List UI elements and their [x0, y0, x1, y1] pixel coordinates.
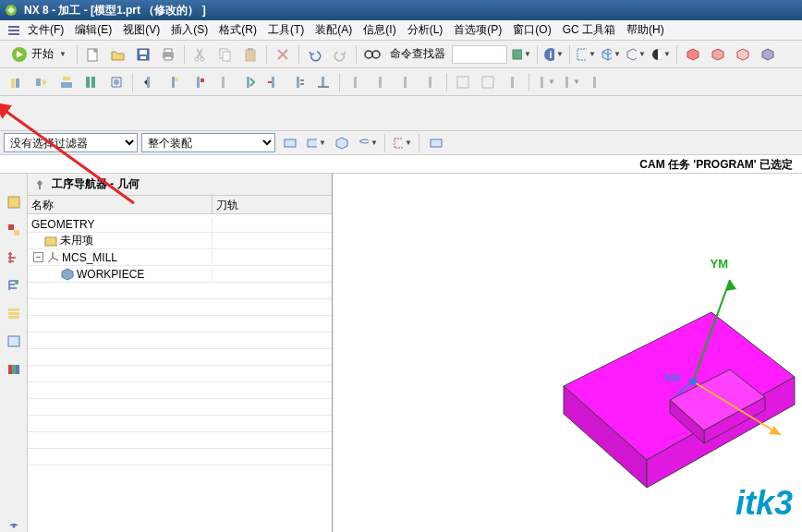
- cube-blue-button[interactable]: [757, 43, 779, 66]
- menu-view[interactable]: 视图(V): [119, 20, 164, 40]
- copy-button[interactable]: [214, 43, 237, 66]
- menu-analysis[interactable]: 分析(L): [404, 20, 447, 40]
- op4-button[interactable]: [80, 71, 103, 93]
- filter-op5-button[interactable]: ▼: [391, 132, 413, 154]
- filter-bar: 没有选择过滤器 整个装配 ▼ ▼ ▼: [0, 131, 802, 155]
- menu-info[interactable]: 信息(I): [359, 20, 399, 40]
- menu-insert[interactable]: 插入(S): [167, 20, 212, 40]
- undo-button[interactable]: [304, 43, 326, 66]
- axis-ym-label: YM: [711, 257, 729, 271]
- menu-window[interactable]: 窗口(O): [509, 20, 554, 40]
- tab-operation-navigator[interactable]: [4, 275, 24, 296]
- tab-part-navigator[interactable]: [4, 192, 24, 212]
- cube-wireframe-button[interactable]: ▼: [625, 43, 647, 66]
- command-finder-input[interactable]: [452, 45, 507, 64]
- info-button[interactable]: i▼: [542, 43, 565, 66]
- cube-red2-button[interactable]: [707, 43, 729, 66]
- op5-button[interactable]: [105, 71, 128, 93]
- op6-button[interactable]: [138, 71, 160, 93]
- menu-gctoolbox[interactable]: GC 工具箱: [559, 20, 619, 40]
- nav-col-name[interactable]: 名称: [28, 196, 213, 213]
- svg-rect-62: [8, 308, 19, 311]
- op9-button[interactable]: [213, 71, 235, 93]
- assembly-scope-select[interactable]: 整个装配: [141, 133, 275, 152]
- op21-button[interactable]: ▼: [534, 71, 556, 93]
- graphics-viewport[interactable]: YM XM itk3: [333, 174, 802, 532]
- svg-text:i: i: [549, 49, 552, 60]
- menu-help[interactable]: 帮助(H): [623, 20, 668, 40]
- open-button[interactable]: [107, 43, 129, 66]
- tree-row-workpiece[interactable]: WORKPIECE: [28, 266, 332, 283]
- op23-button[interactable]: [584, 71, 606, 93]
- svg-rect-45: [379, 77, 382, 88]
- op12-button[interactable]: [287, 71, 310, 93]
- tab-assembly-navigator[interactable]: [4, 220, 24, 240]
- svg-rect-40: [272, 77, 274, 88]
- op7-button[interactable]: [163, 71, 185, 93]
- svg-rect-38: [222, 77, 225, 88]
- cut-button[interactable]: [189, 43, 212, 66]
- op13-button[interactable]: [312, 71, 334, 93]
- tab-reuse-library[interactable]: [4, 331, 24, 351]
- filter-op2-button[interactable]: ▼: [305, 132, 327, 154]
- select-mode-button[interactable]: ▼: [575, 43, 597, 66]
- cube-red-button[interactable]: [682, 43, 704, 66]
- svg-rect-41: [297, 77, 299, 88]
- svg-rect-44: [354, 77, 357, 88]
- new-button[interactable]: [82, 43, 104, 66]
- filter-op1-button[interactable]: [279, 132, 301, 154]
- tree-row-mcs-mill[interactable]: − MCS_MILL: [28, 249, 332, 266]
- op14-button[interactable]: [345, 71, 367, 93]
- toolbar-row-2: ▼ ▼: [0, 68, 802, 96]
- tree-row-geometry[interactable]: GEOMETRY: [28, 216, 332, 233]
- nav-col-tool[interactable]: 刀轨: [213, 196, 332, 213]
- menu-edit[interactable]: 编辑(E): [71, 20, 115, 40]
- redo-button[interactable]: [329, 43, 351, 66]
- svg-rect-28: [63, 77, 70, 80]
- svg-rect-64: [8, 316, 19, 319]
- start-button[interactable]: 开始 ▼: [6, 44, 72, 65]
- menu-file[interactable]: 文件(F): [24, 20, 67, 40]
- save-button[interactable]: [132, 43, 154, 66]
- op2-button[interactable]: [30, 71, 53, 93]
- cube-red3-button[interactable]: [732, 43, 754, 66]
- filter-op6-button[interactable]: [425, 132, 447, 154]
- op11-button[interactable]: [262, 71, 285, 93]
- op22-button[interactable]: ▼: [559, 71, 581, 93]
- window-title: NX 8 - 加工 - [模型1.prt （修改的） ]: [24, 3, 206, 18]
- op19-button[interactable]: [477, 71, 499, 93]
- glasses-button[interactable]: [361, 43, 383, 66]
- tab-constraint-navigator[interactable]: [4, 248, 24, 268]
- pin-icon[interactable]: [33, 178, 46, 191]
- menu-assembly[interactable]: 装配(A): [311, 20, 356, 40]
- op10-button[interactable]: [237, 71, 260, 93]
- op20-button[interactable]: [502, 71, 524, 93]
- filter-op4-button[interactable]: ▼: [357, 132, 379, 154]
- op8-button[interactable]: [188, 71, 210, 93]
- command-finder-go-icon[interactable]: ▼: [510, 43, 532, 66]
- menu-preferences[interactable]: 首选项(P): [450, 20, 505, 40]
- shade-button[interactable]: ▼: [650, 43, 672, 66]
- cube-iso-button[interactable]: ▼: [600, 43, 622, 66]
- tree-collapse-icon[interactable]: −: [33, 252, 43, 262]
- tab-help-wireless-icon[interactable]: [4, 512, 24, 532]
- op18-button[interactable]: [452, 71, 474, 93]
- menu-format[interactable]: 格式(R): [215, 20, 261, 40]
- op17-button[interactable]: [419, 71, 442, 93]
- op15-button[interactable]: [370, 71, 392, 93]
- selection-filter-select[interactable]: 没有选择过滤器: [4, 133, 138, 152]
- paste-button[interactable]: [239, 43, 261, 66]
- svg-rect-43: [318, 86, 329, 88]
- tab-machining-navigator[interactable]: [4, 303, 24, 323]
- delete-button[interactable]: [272, 43, 294, 66]
- filter-op3-button[interactable]: [331, 132, 353, 154]
- print-button[interactable]: [157, 43, 179, 66]
- svg-rect-52: [565, 77, 568, 88]
- op16-button[interactable]: [395, 71, 417, 93]
- menu-tools[interactable]: 工具(T): [264, 20, 308, 40]
- op3-button[interactable]: [55, 71, 78, 93]
- tree-row-unused[interactable]: 未用项: [28, 233, 332, 249]
- op1-button[interactable]: [6, 71, 28, 93]
- tab-history[interactable]: [4, 358, 24, 379]
- folder-icon: [44, 235, 57, 248]
